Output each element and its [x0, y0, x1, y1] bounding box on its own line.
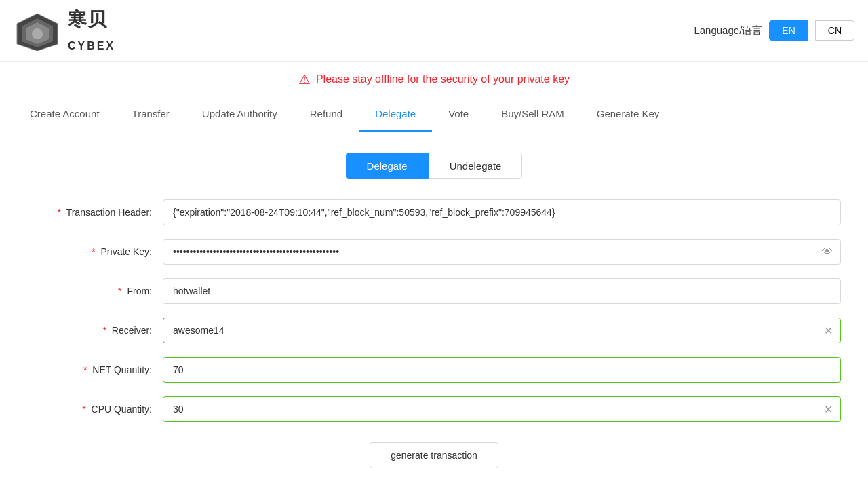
nav-vote[interactable]: Vote: [432, 97, 485, 132]
from-row: * From:: [27, 278, 841, 304]
cpu-quantity-input[interactable]: [163, 396, 841, 422]
toggle-visibility-icon[interactable]: 👁: [822, 246, 833, 258]
nav-generate-key[interactable]: Generate Key: [580, 97, 676, 132]
required-mark-5: *: [83, 364, 87, 375]
nav-refund[interactable]: Refund: [294, 97, 359, 132]
clear-receiver-icon[interactable]: ✕: [824, 324, 833, 337]
cpu-quantity-row: * CPU Quantity: ✕: [27, 396, 841, 422]
sub-tabs: Delegate Undelegate: [27, 153, 841, 179]
nav-buy-sell-ram[interactable]: Buy/Sell RAM: [485, 97, 580, 132]
generate-transaction-button[interactable]: generate transaction: [370, 442, 498, 468]
nav-delegate[interactable]: Delegate: [359, 97, 432, 132]
required-mark-2: *: [92, 246, 95, 257]
net-quantity-input[interactable]: [163, 357, 841, 383]
cpu-quantity-label: * CPU Quantity:: [27, 404, 163, 415]
lang-section: Language/语言 EN CN: [694, 20, 854, 41]
clear-cpu-icon[interactable]: ✕: [824, 403, 833, 416]
private-key-row: * Private Key: 👁: [27, 239, 841, 265]
nav-transfer[interactable]: Transfer: [116, 97, 186, 132]
logo-icon: [14, 10, 61, 51]
sub-tab-undelegate[interactable]: Undelegate: [429, 153, 523, 179]
private-key-input[interactable]: [163, 239, 841, 265]
warning-icon: ⚠: [298, 71, 311, 88]
lang-en-button[interactable]: EN: [769, 20, 808, 41]
net-quantity-label: * NET Quantity:: [27, 364, 163, 375]
receiver-row: * Receiver: ✕: [27, 318, 841, 343]
required-mark-4: *: [103, 325, 106, 336]
offline-notice-text: Please stay offline for the security of …: [316, 73, 570, 85]
nav-create-account[interactable]: Create Account: [14, 97, 116, 132]
private-key-label: * Private Key:: [27, 246, 163, 257]
net-quantity-row: * NET Quantity:: [27, 357, 841, 383]
header: 寒贝CYBEX Language/语言 EN CN: [0, 0, 868, 62]
cpu-quantity-wrapper: ✕: [163, 396, 841, 422]
logo-text: 寒贝CYBEX: [68, 7, 115, 54]
lang-label: Language/语言: [694, 24, 762, 37]
main-content: Delegate Undelegate * Transaction Header…: [0, 132, 868, 477]
required-mark: *: [58, 207, 61, 218]
receiver-input[interactable]: [163, 318, 841, 343]
main-nav: Create Account Transfer Update Authority…: [0, 97, 868, 132]
logo: 寒贝CYBEX: [14, 7, 115, 54]
nav-update-authority[interactable]: Update Authority: [186, 97, 294, 132]
transaction-header-row: * Transaction Header:: [27, 199, 841, 225]
transaction-header-label: * Transaction Header:: [27, 207, 163, 218]
svg-point-3: [32, 28, 43, 39]
from-label: * From:: [27, 286, 163, 297]
offline-notice: ⚠ Please stay offline for the security o…: [0, 62, 868, 97]
private-key-wrapper: 👁: [163, 239, 841, 265]
transaction-header-input[interactable]: [163, 199, 841, 225]
receiver-wrapper: ✕: [163, 318, 841, 343]
from-input[interactable]: [163, 278, 841, 304]
receiver-label: * Receiver:: [27, 325, 163, 336]
required-mark-3: *: [118, 286, 121, 297]
required-mark-6: *: [82, 404, 85, 415]
lang-cn-button[interactable]: CN: [815, 20, 854, 41]
sub-tab-delegate[interactable]: Delegate: [346, 153, 429, 179]
